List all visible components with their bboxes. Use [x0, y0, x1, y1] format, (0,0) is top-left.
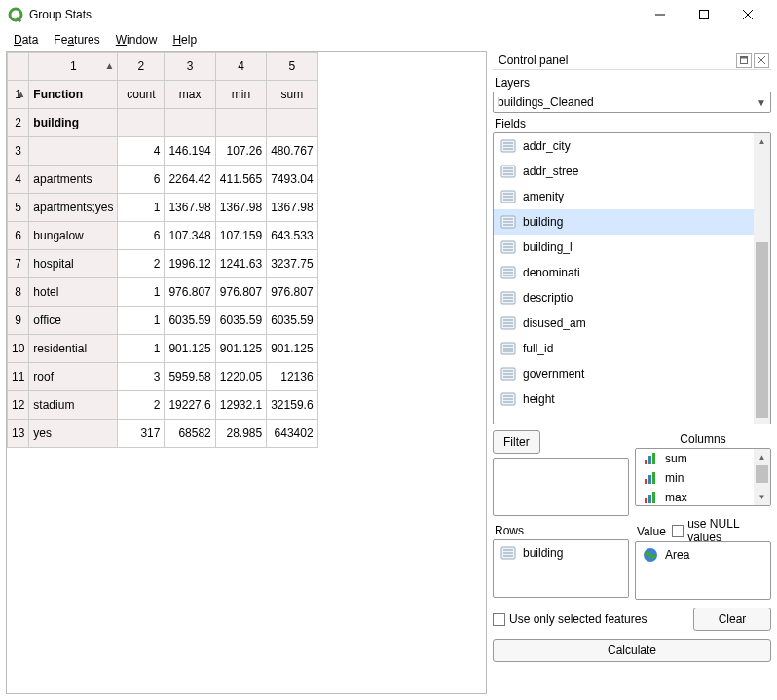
list-item[interactable]: building — [494, 209, 754, 235]
col-header-5[interactable]: 5 — [267, 53, 317, 81]
maximize-button[interactable] — [682, 0, 725, 29]
columns-list[interactable]: summinmax ▲ ▼ — [635, 448, 771, 506]
cell: 28.985 — [215, 420, 266, 448]
cell: 2 — [118, 391, 165, 420]
row-header[interactable]: 13 — [8, 420, 29, 448]
cell: 1 — [118, 307, 165, 335]
menu-window[interactable]: Window — [108, 31, 166, 49]
scroll-down-icon[interactable]: ▼ — [754, 489, 770, 505]
list-item[interactable]: building — [494, 540, 611, 566]
list-item[interactable]: denominati — [494, 260, 754, 285]
sort-asc-icon: ▲ — [105, 60, 115, 71]
list-item[interactable]: descriptio — [494, 285, 754, 311]
cell: 4 — [118, 137, 165, 166]
list-item[interactable]: height — [494, 387, 754, 412]
cell: 1 — [118, 278, 165, 307]
scrollbar[interactable]: ▲ ▼ — [754, 449, 770, 505]
list-item[interactable]: sum — [636, 449, 754, 468]
row-header[interactable]: 10 — [8, 335, 29, 363]
list-item-label: descriptio — [523, 291, 573, 305]
panel-dock-button[interactable] — [736, 53, 752, 68]
use-null-checkbox[interactable]: use NULL values — [672, 517, 771, 544]
stat-header-min: min — [215, 81, 266, 109]
scroll-up-icon[interactable]: ▲ — [754, 133, 770, 150]
list-item[interactable]: min — [636, 468, 754, 488]
menu-features[interactable]: Features — [46, 31, 107, 49]
panel-close-button[interactable] — [754, 53, 769, 68]
row-header[interactable]: 12 — [8, 391, 29, 420]
cell: 146.194 — [165, 137, 215, 166]
list-item[interactable]: disused_am — [494, 311, 754, 336]
list-item-label: full_id — [523, 342, 553, 355]
field-icon — [500, 340, 517, 357]
col-header-1[interactable]: 1▲ — [29, 53, 118, 81]
svg-rect-3 — [699, 11, 708, 19]
function-header: Function — [29, 81, 118, 109]
rows-label: Rows — [493, 524, 629, 537]
cell: 12932.1 — [215, 391, 266, 420]
stat-header-max: max — [165, 81, 215, 109]
close-button[interactable] — [725, 0, 769, 29]
cell: 6 — [118, 166, 165, 194]
scroll-thumb[interactable] — [756, 242, 768, 418]
row-header[interactable]: 11 — [8, 363, 29, 391]
clear-button[interactable]: Clear — [693, 608, 771, 631]
menu-help[interactable]: Help — [165, 31, 204, 49]
row-header[interactable]: 4 — [8, 166, 29, 194]
rows-list[interactable]: building — [493, 539, 629, 598]
control-panel: Control panel Layers buildings_Cleaned ▼… — [493, 51, 771, 694]
cell: 1367.98 — [215, 194, 266, 222]
sort-asc-icon: ▲ — [16, 89, 25, 99]
chart-icon — [642, 450, 659, 467]
list-item[interactable]: addr_stree — [494, 159, 754, 184]
svg-rect-60 — [645, 498, 648, 503]
layers-label: Layers — [493, 76, 771, 90]
row-header[interactable]: 6 — [8, 222, 29, 250]
row-header[interactable]: 9 — [8, 307, 29, 335]
list-item[interactable]: government — [494, 361, 754, 387]
row-header[interactable]: 1▲ — [8, 81, 29, 109]
cell: 2 — [118, 250, 165, 278]
list-item[interactable]: Area — [636, 542, 754, 568]
field-icon — [500, 544, 517, 562]
col-header-3[interactable]: 3 — [165, 53, 215, 81]
minimize-button[interactable] — [638, 0, 682, 29]
list-item-label: height — [523, 392, 555, 406]
category-cell — [29, 137, 118, 166]
use-only-selected-label: Use only selected features — [509, 612, 647, 626]
filter-list[interactable] — [493, 458, 629, 516]
results-pane: 1▲ 2 3 4 5 1▲ Function count max min sum… — [6, 51, 487, 694]
cell: 6035.59 — [267, 307, 317, 335]
cell: 19227.6 — [165, 391, 215, 420]
use-only-selected-checkbox[interactable]: Use only selected features — [493, 612, 687, 626]
cell: 643.533 — [267, 222, 317, 250]
list-item[interactable]: full_id — [494, 336, 754, 361]
value-list[interactable]: Area — [635, 541, 771, 600]
row-header[interactable]: 2 — [8, 109, 29, 137]
cell: 976.807 — [267, 278, 317, 307]
list-item-label: addr_city — [523, 139, 571, 153]
col-header-2[interactable]: 2 — [118, 53, 165, 81]
panel-title: Control panel — [499, 54, 734, 67]
row-header[interactable]: 7 — [8, 250, 29, 278]
field-icon — [500, 365, 517, 383]
scroll-thumb[interactable] — [756, 465, 768, 483]
list-item[interactable]: addr_city — [494, 133, 754, 159]
results-table[interactable]: 1▲ 2 3 4 5 1▲ Function count max min sum… — [7, 52, 318, 448]
app-icon — [8, 7, 23, 22]
menu-data[interactable]: Data — [6, 31, 46, 49]
list-item[interactable]: amenity — [494, 184, 754, 209]
svg-rect-59 — [652, 472, 655, 484]
fields-list[interactable]: addr_cityaddr_streeamenitybuildingbuildi… — [493, 132, 771, 424]
scrollbar[interactable]: ▲ ▼ — [754, 133, 770, 424]
list-item[interactable]: max — [636, 488, 754, 505]
list-item[interactable]: building_l — [494, 235, 754, 260]
calculate-button[interactable]: Calculate — [493, 639, 771, 662]
row-header[interactable]: 5 — [8, 194, 29, 222]
row-header[interactable]: 8 — [8, 278, 29, 307]
layers-combo[interactable]: buildings_Cleaned ▼ — [493, 92, 771, 113]
filter-button[interactable]: Filter — [493, 430, 540, 454]
row-header[interactable]: 3 — [8, 137, 29, 166]
scroll-up-icon[interactable]: ▲ — [754, 449, 770, 465]
col-header-4[interactable]: 4 — [215, 53, 266, 81]
